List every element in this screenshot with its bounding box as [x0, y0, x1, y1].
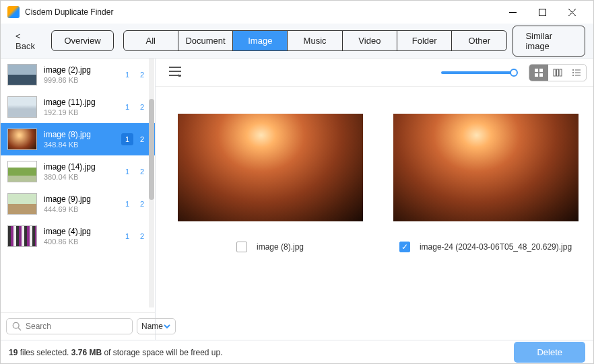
tab-document[interactable]: Document [178, 31, 233, 50]
select-checkbox[interactable] [399, 242, 410, 252]
svg-rect-6 [554, 69, 556, 76]
preview-filename: image (8).jpg [257, 242, 304, 252]
item-name: image (11).jpg [44, 98, 114, 107]
thumbnail [7, 64, 37, 85]
list-item[interactable]: image (4).jpg400.86 KB12 [1, 220, 155, 252]
status-bar: 19 files selected. 3.76 MB of storage sp… [1, 340, 593, 364]
overview-button[interactable]: Overview [51, 30, 113, 51]
svg-rect-2 [535, 69, 538, 72]
svg-point-10 [572, 72, 574, 73]
count-badge: 1 [121, 230, 133, 242]
svg-rect-3 [539, 69, 543, 72]
count-badge: 1 [121, 198, 133, 210]
tab-all[interactable]: All [124, 31, 178, 50]
svg-rect-5 [539, 73, 543, 77]
list-item[interactable]: image (14).jpg380.04 KB12 [1, 155, 155, 188]
freed-size: 3.76 MB [71, 348, 102, 357]
thumbnail [7, 96, 37, 118]
svg-rect-0 [539, 9, 546, 15]
filter-tabs: AllDocumentImageMusicVideoFolderOther [123, 30, 508, 51]
count-badge: 1 [121, 101, 133, 113]
svg-rect-7 [557, 69, 559, 76]
duplicate-list[interactable]: image (2).jpg999.86 KB12image (11).jpg19… [1, 59, 155, 312]
sort-label: Name [141, 322, 163, 331]
close-button[interactable] [557, 2, 587, 22]
svg-rect-8 [560, 69, 562, 76]
list-item[interactable]: image (8).jpg348.84 KB12 [1, 123, 155, 155]
scrollbar-thumb[interactable] [149, 99, 154, 200]
chevron-down-icon [163, 322, 171, 330]
count-badge: 2 [136, 230, 148, 242]
back-button[interactable]: < Back [9, 27, 46, 55]
thumbnail [7, 161, 37, 182]
list-item[interactable]: image (9).jpg444.69 KB12 [1, 188, 155, 220]
thumbnail [7, 129, 37, 150]
search-input[interactable] [26, 322, 127, 331]
maximize-button[interactable] [527, 2, 557, 22]
search-icon [12, 322, 22, 331]
count-badge: 1 [121, 69, 133, 81]
view-mode-toggle [529, 64, 587, 81]
thumbnail [7, 225, 37, 247]
thumbnail [7, 193, 37, 215]
item-size: 400.86 KB [44, 238, 114, 246]
preview-column: image-24 (2024-03-06T05_48_20.629).jpg [391, 114, 580, 252]
toolbar: < Back Overview AllDocumentImageMusicVid… [1, 24, 593, 59]
item-name: image (8).jpg [44, 130, 114, 139]
minimize-button[interactable] [498, 2, 527, 22]
item-size: 380.04 KB [44, 173, 114, 181]
count-badge: 2 [136, 166, 148, 178]
preview-image [393, 114, 579, 221]
tab-music[interactable]: Music [288, 31, 342, 50]
sidebar: image (2).jpg999.86 KB12image (11).jpg19… [1, 59, 156, 340]
delete-button[interactable]: Delete [514, 342, 585, 363]
view-grid-button[interactable] [529, 65, 548, 81]
search-box[interactable] [6, 318, 133, 334]
view-columns-button[interactable] [548, 65, 567, 81]
zoom-slider[interactable] [441, 71, 515, 74]
tab-video[interactable]: Video [343, 31, 397, 50]
list-item[interactable]: image (11).jpg192.19 KB12 [1, 91, 155, 123]
item-name: image (14).jpg [44, 162, 114, 172]
tab-folder[interactable]: Folder [397, 31, 452, 50]
preview-filename: image-24 (2024-03-06T05_48_20.629).jpg [420, 242, 572, 252]
list-item[interactable]: image (2).jpg999.86 KB12 [1, 59, 155, 91]
svg-rect-4 [535, 73, 538, 77]
item-name: image (2).jpg [44, 65, 114, 75]
sort-select[interactable]: Name [137, 318, 176, 334]
tab-other[interactable]: Other [452, 31, 506, 50]
count-badge: 1 [121, 133, 133, 145]
select-checkbox[interactable] [236, 242, 247, 252]
tab-image[interactable]: Image [233, 31, 288, 50]
options-menu-icon[interactable] [169, 66, 183, 79]
selected-count: 19 [9, 348, 18, 357]
title-bar: Cisdem Duplicate Finder [1, 1, 593, 24]
svg-point-9 [572, 69, 574, 71]
item-size: 192.19 KB [44, 108, 114, 116]
preview-toolbar [156, 59, 594, 87]
item-name: image (9).jpg [44, 194, 114, 204]
count-badge: 2 [136, 101, 148, 113]
svg-point-1 [13, 322, 19, 328]
count-badge: 2 [136, 198, 148, 210]
svg-point-11 [572, 75, 574, 76]
count-badge: 2 [136, 133, 148, 145]
count-badge: 1 [121, 166, 133, 178]
view-list-button[interactable] [567, 65, 586, 81]
item-size: 999.86 KB [44, 76, 114, 84]
item-name: image (4).jpg [44, 227, 114, 236]
count-badge: 2 [136, 69, 148, 81]
preview-image [178, 114, 363, 221]
window-title: Cisdem Duplicate Finder [25, 7, 498, 17]
app-icon [7, 6, 20, 18]
preview-column: image (8).jpg [176, 114, 364, 252]
item-size: 444.69 KB [44, 205, 114, 213]
similar-image-button[interactable]: Similar image [513, 26, 585, 57]
item-size: 348.84 KB [44, 141, 114, 149]
preview-pane: image (8).jpgimage-24 (2024-03-06T05_48_… [156, 59, 594, 340]
